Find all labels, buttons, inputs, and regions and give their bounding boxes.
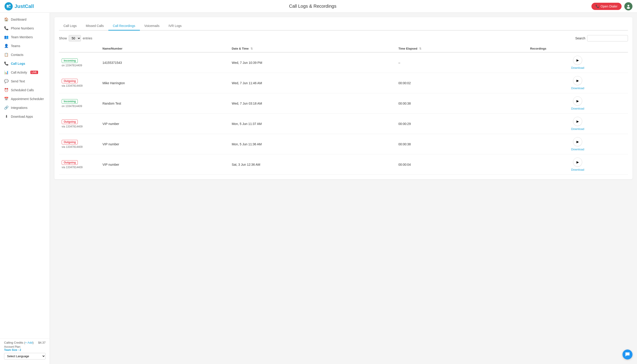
table-row: Incoming on 13347814409 14155371543 Wed,…: [59, 52, 628, 73]
play-button-5[interactable]: ▶: [573, 158, 582, 166]
phone-numbers-icon: 📞: [4, 26, 9, 30]
cell-direction-2: Incoming on 13347814409: [59, 93, 100, 114]
cell-recording-4: ▶ Download: [528, 134, 628, 154]
col-recordings: Recordings: [528, 45, 628, 52]
sidebar-item-phone-numbers[interactable]: 📞 Phone Numbers: [0, 24, 50, 32]
cell-name-1: Mike Harrington: [100, 73, 229, 93]
integrations-icon: 🔗: [4, 106, 9, 110]
show-entries: Show 50 25 10 entries: [59, 35, 92, 42]
dashboard-icon: 🏠: [4, 17, 9, 22]
scheduled-calls-icon: ⏰: [4, 88, 9, 92]
sidebar-item-contacts[interactable]: 📋 Contacts: [0, 50, 50, 59]
cell-direction-4: Outgoing via 13347814409: [59, 134, 100, 154]
sidebar-label-contacts: Contacts: [11, 53, 23, 56]
cell-recording-5: ▶ Download: [528, 154, 628, 175]
table-row: Outgoing via 13347814409 Mike Harrington…: [59, 73, 628, 93]
content-card: Call LogsMissed CallsCall RecordingsVoic…: [54, 17, 632, 179]
sidebar-footer: Calling Credits (+ Add) $4.37 Account Pl…: [0, 338, 50, 362]
sidebar-item-call-logs[interactable]: 📞 Call Logs: [0, 59, 50, 68]
tab-missed-calls[interactable]: Missed Calls: [81, 22, 108, 30]
add-credits-link[interactable]: + Add: [25, 341, 33, 344]
sidebar-label-scheduled-calls: Scheduled Calls: [11, 88, 34, 92]
download-link-0[interactable]: Download: [571, 66, 584, 70]
table-row: Outgoing via 13347814409 VIP number Sat,…: [59, 154, 628, 175]
download-link-3[interactable]: Download: [571, 127, 584, 130]
svg-point-1: [7, 5, 9, 7]
cell-recording-3: ▶ Download: [528, 114, 628, 134]
chat-icon: [625, 352, 630, 357]
play-button-3[interactable]: ▶: [573, 117, 582, 126]
cell-name-5: VIP number: [100, 154, 229, 175]
table-controls: Show 50 25 10 entries Search: [59, 35, 628, 42]
download-link-2[interactable]: Download: [571, 107, 584, 110]
play-button-0[interactable]: ▶: [573, 56, 582, 65]
main-content: Call LogsMissed CallsCall RecordingsVoic…: [50, 13, 637, 364]
table-row: Incoming on 13347814409 Random Test Wed,…: [59, 93, 628, 114]
tab-voicemails[interactable]: Voicemails: [140, 22, 164, 30]
sidebar-item-integrations[interactable]: 🔗 Integrations: [0, 103, 50, 112]
svg-point-2: [9, 4, 11, 6]
sidebar-label-call-activity: Call Activity: [11, 71, 27, 74]
cell-direction-1: Outgoing via 13347814409: [59, 73, 100, 93]
recording-cell-0: ▶ Download: [530, 56, 625, 70]
via-number-3: via 13347814409: [62, 125, 97, 128]
sidebar-item-dashboard[interactable]: 🏠 Dashboard: [0, 15, 50, 24]
download-link-5[interactable]: Download: [571, 168, 584, 171]
sidebar-label-appointment-scheduler: Appointment Scheduler: [11, 97, 44, 101]
language-select[interactable]: Select Language: [4, 353, 46, 360]
cell-elapsed-3: 00:00:29: [395, 114, 527, 134]
cell-datetime-4: Mon, 5 Jun 11:36 AM: [229, 134, 395, 154]
sidebar-item-scheduled-calls[interactable]: ⏰ Scheduled Calls: [0, 86, 50, 94]
open-dialer-button[interactable]: Open Dialer: [591, 3, 621, 10]
tab-call-recordings[interactable]: Call Recordings: [108, 22, 140, 30]
logo-icon: [5, 2, 13, 10]
call-activity-icon: 📊: [4, 70, 9, 74]
download-apps-icon: ⬇: [4, 114, 9, 118]
cell-name-4: VIP number: [100, 134, 229, 154]
tab-ivr-logs[interactable]: IVR Logs: [164, 22, 186, 30]
recording-cell-5: ▶ Download: [530, 158, 625, 171]
play-button-4[interactable]: ▶: [573, 137, 582, 146]
play-button-2[interactable]: ▶: [573, 96, 582, 106]
top-header: JustCall Call Logs & Recordings Open Dia…: [0, 0, 637, 13]
table-head: Name/Number Date & Time ⇅ Time Elapsed ⇅…: [59, 45, 628, 52]
chat-bubble[interactable]: [622, 350, 632, 360]
cell-name-2: Random Test: [100, 93, 229, 114]
sidebar: 🏠 Dashboard📞 Phone Numbers👥 Team Members…: [0, 13, 50, 364]
sidebar-item-call-activity[interactable]: 📊 Call ActivityLIVE: [0, 68, 50, 77]
table-row: Outgoing via 13347814409 VIP number Mon,…: [59, 114, 628, 134]
cell-datetime-1: Wed, 7 Jun 11:46 AM: [229, 73, 395, 93]
sidebar-label-teams: Teams: [11, 44, 20, 48]
cell-direction-0: Incoming on 13347814409: [59, 52, 100, 73]
via-number-0: on 13347814409: [62, 64, 97, 67]
entries-label: entries: [83, 36, 92, 40]
sidebar-item-appointment-scheduler[interactable]: 📅 Appointment Scheduler: [0, 94, 50, 103]
via-number-4: via 13347814409: [62, 145, 97, 148]
cell-datetime-5: Sat, 3 Jun 12:36 AM: [229, 154, 395, 175]
plan-link[interactable]: Team Size - 2: [4, 348, 21, 352]
sidebar-item-send-text[interactable]: 💬 Send Text: [0, 77, 50, 86]
recording-cell-4: ▶ Download: [530, 137, 625, 151]
cell-elapsed-5: 00:00:04: [395, 154, 527, 175]
via-number-5: via 13347814409: [62, 166, 97, 169]
cell-datetime-3: Mon, 5 Jun 11:37 AM: [229, 114, 395, 134]
avatar[interactable]: [624, 2, 632, 10]
cell-elapsed-0: –: [395, 52, 527, 73]
search-label: Search: [575, 36, 585, 40]
play-button-1[interactable]: ▶: [573, 76, 582, 85]
sidebar-item-team-members[interactable]: 👥 Team Members: [0, 32, 50, 42]
cell-direction-5: Outgoing via 13347814409: [59, 154, 100, 175]
entries-select[interactable]: 50 25 10: [69, 35, 81, 42]
search-box: Search: [575, 35, 628, 42]
tab-call-logs[interactable]: Call Logs: [59, 22, 81, 30]
sidebar-item-teams[interactable]: 👤 Teams: [0, 42, 50, 50]
direction-badge-0: Incoming: [62, 58, 78, 63]
via-number-1: via 13347814409: [62, 84, 97, 88]
cell-recording-1: ▶ Download: [528, 73, 628, 93]
search-input[interactable]: [587, 35, 628, 42]
download-link-1[interactable]: Download: [571, 86, 584, 90]
sidebar-item-download-apps[interactable]: ⬇ Download Apps: [0, 112, 50, 121]
download-link-4[interactable]: Download: [571, 148, 584, 151]
cell-recording-0: ▶ Download: [528, 52, 628, 73]
show-label: Show: [59, 36, 67, 40]
